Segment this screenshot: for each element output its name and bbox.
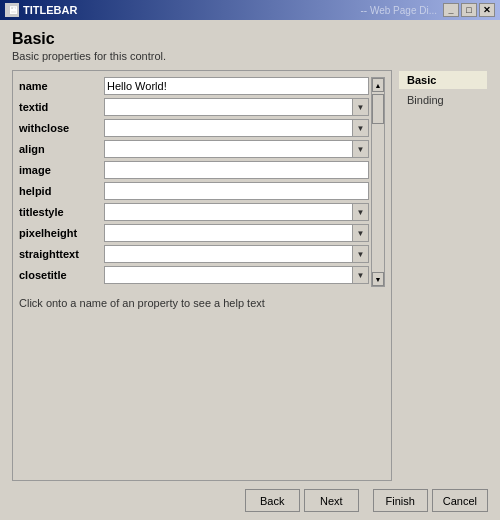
chevron-down-icon: ▼ [357,103,365,112]
label-titlestyle: titlestyle [19,206,104,218]
select-textid[interactable]: ▼ [104,98,369,116]
chevron-down-icon: ▼ [357,229,365,238]
nav-item-binding[interactable]: Binding [398,90,488,110]
input-name[interactable] [104,77,369,95]
dropdown-btn-closetitle[interactable]: ▼ [352,267,368,283]
finish-button[interactable]: Finish [373,489,428,512]
label-closetitle: closetitle [19,269,104,281]
field-row-straighttext: straighttext ▼ [19,245,369,263]
dropdown-btn-pixelheight[interactable]: ▼ [352,225,368,241]
app-icon: 🖥 [5,3,19,17]
form-panel: name textid ▼ [12,70,392,481]
select-withclose-input[interactable] [105,120,352,136]
field-pixelheight: ▼ [104,224,369,242]
field-textid: ▼ [104,98,369,116]
label-straighttext: straighttext [19,248,104,260]
dropdown-btn-straighttext[interactable]: ▼ [352,246,368,262]
scroll-thumb[interactable] [372,94,384,124]
back-button[interactable]: Back [245,489,300,512]
label-align: align [19,143,104,155]
section-title: Basic [12,30,488,48]
chevron-down-icon: ▼ [357,250,365,259]
input-image[interactable] [104,161,369,179]
field-row-withclose: withclose ▼ [19,119,369,137]
dropdown-btn-textid[interactable]: ▼ [352,99,368,115]
field-row-textid: textid ▼ [19,98,369,116]
field-image [104,161,369,179]
field-align: ▼ [104,140,369,158]
select-closetitle-input[interactable] [105,267,352,283]
dropdown-btn-withclose[interactable]: ▼ [352,120,368,136]
field-titlestyle: ▼ [104,203,369,221]
field-row-pixelheight: pixelheight ▼ [19,224,369,242]
field-row-titlestyle: titlestyle ▼ [19,203,369,221]
select-withclose[interactable]: ▼ [104,119,369,137]
field-row-name: name [19,77,369,95]
close-button[interactable]: ✕ [479,3,495,17]
nav-label-basic: Basic [407,74,436,86]
select-titlestyle[interactable]: ▼ [104,203,369,221]
select-pixelheight-input[interactable] [105,225,352,241]
content-area: name textid ▼ [12,70,488,481]
label-pixelheight: pixelheight [19,227,104,239]
select-align[interactable]: ▼ [104,140,369,158]
select-align-input[interactable] [105,141,352,157]
next-button[interactable]: Next [304,489,359,512]
select-pixelheight[interactable]: ▼ [104,224,369,242]
field-straighttext: ▼ [104,245,369,263]
label-withclose: withclose [19,122,104,134]
field-row-closetitle: closetitle ▼ [19,266,369,284]
form-rows-container: name textid ▼ [19,77,369,287]
select-titlestyle-input[interactable] [105,204,352,220]
chevron-down-icon: ▼ [357,271,365,280]
input-helpid[interactable] [104,182,369,200]
minimize-button[interactable]: _ [443,3,459,17]
scroll-up-button[interactable]: ▲ [372,78,384,92]
button-bar: Back Next Finish Cancel [12,481,488,512]
field-row-align: align ▼ [19,140,369,158]
select-straighttext[interactable]: ▼ [104,245,369,263]
dropdown-btn-titlestyle[interactable]: ▼ [352,204,368,220]
field-closetitle: ▼ [104,266,369,284]
field-helpid [104,182,369,200]
nav-label-binding: Binding [407,94,444,106]
dropdown-btn-align[interactable]: ▼ [352,141,368,157]
field-row-image: image [19,161,369,179]
dialog-body: Basic Basic properties for this control.… [0,20,500,520]
label-textid: textid [19,101,104,113]
titlebar-title-right: -- Web Page Di... [360,5,437,16]
field-row-helpid: helpid [19,182,369,200]
label-name: name [19,80,104,92]
chevron-down-icon: ▼ [357,208,365,217]
field-withclose: ▼ [104,119,369,137]
field-name [104,77,369,95]
titlebar-right: -- Web Page Di... _ □ ✕ [360,3,495,17]
help-text: Click onto a name of an property to see … [19,293,385,309]
select-straighttext-input[interactable] [105,246,352,262]
maximize-button[interactable]: □ [461,3,477,17]
cancel-button[interactable]: Cancel [432,489,488,512]
titlebar-left: 🖥 TITLEBAR [5,3,77,17]
titlebar-label: TITLEBAR [23,4,77,16]
chevron-down-icon: ▼ [357,124,365,133]
section-description: Basic properties for this control. [12,50,488,62]
chevron-down-icon: ▼ [357,145,365,154]
scrollbar[interactable]: ▲ ▼ [371,77,385,287]
scroll-down-button[interactable]: ▼ [372,272,384,286]
nav-item-basic[interactable]: Basic [398,70,488,90]
select-textid-input[interactable] [105,99,352,115]
titlebar: 🖥 TITLEBAR -- Web Page Di... _ □ ✕ [0,0,500,20]
label-helpid: helpid [19,185,104,197]
form-scroll-wrapper: name textid ▼ [19,77,385,287]
select-closetitle[interactable]: ▼ [104,266,369,284]
label-image: image [19,164,104,176]
nav-panel: Basic Binding [398,70,488,481]
